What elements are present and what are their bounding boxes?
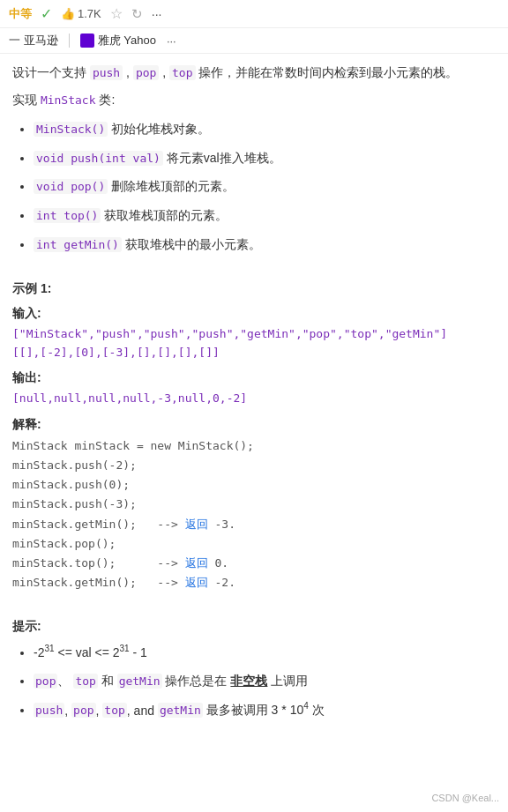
input-line2: [[],[-2],[0],[-3],[],[],[],[]] xyxy=(12,344,496,362)
return-link-3: 返回 xyxy=(185,576,208,589)
explanation-label: 解释: xyxy=(12,417,496,433)
minstack-class-kw: MinStack xyxy=(41,93,96,107)
exp-line-6: minStack.pop(); xyxy=(12,534,496,554)
yahoo-icon xyxy=(80,34,94,48)
methods-list: MinStack() 初始化堆栈对象。 void push(int val) 将… xyxy=(12,119,496,255)
comma2: , xyxy=(159,65,169,79)
check-icon: ✓ xyxy=(41,5,52,22)
main-content: 设计一个支持 push , pop , top 操作，并能在常数时间内检索到最小… xyxy=(0,54,508,738)
method-4-code: int top() xyxy=(34,208,101,223)
push-hint-kw2: push xyxy=(34,703,64,718)
output-value: [null,null,null,null,-3,null,0,-2] xyxy=(12,390,496,408)
hint-2b: 和 xyxy=(98,674,117,688)
exp-line-2: minStack.push(-2); xyxy=(12,456,496,475)
like-count: 1.7K xyxy=(78,7,101,20)
implement-text: 实现 xyxy=(12,93,41,107)
explanation-code: MinStack minStack = new MinStack(); minS… xyxy=(12,436,496,592)
method-1-code: MinStack() xyxy=(34,122,108,137)
exp-line-3: minStack.push(0); xyxy=(12,475,496,495)
superscript-31b: 31 xyxy=(120,644,130,653)
list-item: MinStack() 初始化堆栈对象。 xyxy=(34,119,496,139)
hints-title: 提示: xyxy=(12,619,496,635)
top-kw: top xyxy=(169,65,195,80)
method-2-text: 将元素val推入堆栈。 xyxy=(163,151,281,165)
like-area[interactable]: 👍 1.7K xyxy=(61,7,101,20)
hint-2a: 、 xyxy=(57,674,73,688)
list-item: void push(int val) 将元素val推入堆栈。 xyxy=(34,148,496,168)
superscript-31a: 31 xyxy=(44,644,54,653)
hint-1: -231 <= val <= 231 - 1 xyxy=(34,645,147,659)
exp-line-7: minStack.top(); --> 返回 0. xyxy=(12,554,496,573)
pop-kw: pop xyxy=(133,65,159,80)
sub-description: 实现 MinStack 类: xyxy=(12,93,496,108)
hint-3c: , and xyxy=(127,703,158,717)
hints-list: -231 <= val <= 231 - 1 pop、 top 和 getMin… xyxy=(12,642,496,720)
list-item: void pop() 删除堆栈顶部的元素。 xyxy=(34,176,496,197)
spacer1 xyxy=(12,267,496,281)
method-4-text: 获取堆栈顶部的元素。 xyxy=(101,208,228,222)
star-icon[interactable]: ☆ xyxy=(110,5,123,22)
output-code: [null,null,null,null,-3,null,0,-2] xyxy=(12,390,496,408)
list-item: -231 <= val <= 231 - 1 xyxy=(34,642,496,662)
bookmarks-bar: 一 亚马逊 雅虎 Yahoo ··· xyxy=(0,28,508,54)
description-intro: 设计一个支持 push , pop , top 操作，并能在常数时间内检索到最小… xyxy=(12,63,496,84)
comma1: , xyxy=(123,65,133,79)
example-block: 示例 1: 输入: ["MinStack","push","push","pus… xyxy=(12,281,496,592)
top-hint-kw2: top xyxy=(102,703,126,718)
hint-2c: 操作总是在 xyxy=(162,674,231,688)
output-label: 输出: xyxy=(12,370,496,386)
list-item: int getMin() 获取堆栈中的最小元素。 xyxy=(34,235,496,255)
method-5-text: 获取堆栈中的最小元素。 xyxy=(122,237,261,251)
return-link-2: 返回 xyxy=(185,556,208,570)
footer-watermark: CSDN @Keal... xyxy=(431,793,499,803)
hint-2d: 上调用 xyxy=(267,674,308,688)
superscript-4: 4 xyxy=(303,702,309,711)
amazon-label: 一 亚马逊 xyxy=(9,33,58,48)
list-item: pop、 top 和 getMin 操作总是在 非空栈 上调用 xyxy=(34,671,496,691)
hint-3a: , xyxy=(64,703,71,717)
input-label: 输入: xyxy=(12,306,496,322)
desc-intro-text: 设计一个支持 xyxy=(12,65,90,79)
getmin-hint-kw: getMin xyxy=(117,674,162,689)
input-line1: ["MinStack","push","push","push","getMin… xyxy=(12,325,496,344)
hints-section: 提示: -231 <= val <= 231 - 1 pop、 top 和 ge… xyxy=(12,619,496,720)
method-2-code: void push(int val) xyxy=(34,151,163,166)
implement-rest: 类: xyxy=(96,93,116,107)
top-bar: 中等 ✓ 👍 1.7K ☆ ↻ ··· xyxy=(0,0,508,28)
exp-line-8: minStack.getMin(); --> 返回 -2. xyxy=(12,573,496,592)
method-3-text: 删除堆栈顶部的元素。 xyxy=(108,179,235,193)
getmin-hint-kw2: getMin xyxy=(158,703,203,718)
yahoo-label: 雅虎 Yahoo xyxy=(98,33,156,48)
list-item: int top() 获取堆栈顶部的元素。 xyxy=(34,205,496,226)
exp-line-5: minStack.getMin(); --> 返回 -3. xyxy=(12,515,496,534)
input-code: ["MinStack","push","push","push","getMin… xyxy=(12,325,496,362)
spacer2 xyxy=(12,605,496,619)
example-title: 示例 1: xyxy=(12,281,496,297)
non-empty-bold: 非空栈 xyxy=(230,674,267,688)
top-hint-kw: top xyxy=(73,674,97,689)
push-kw: push xyxy=(90,65,123,80)
bookmark-amazon[interactable]: 一 亚马逊 xyxy=(9,33,58,48)
bookmark-divider xyxy=(69,34,70,48)
desc-rest: 操作，并能在常数时间内检索到最小元素的栈。 xyxy=(196,65,459,79)
method-5-code: int getMin() xyxy=(34,237,122,252)
method-1-text: 初始化堆栈对象。 xyxy=(108,122,210,136)
more-bookmarks[interactable]: ··· xyxy=(167,34,176,48)
difficulty-badge: 中等 xyxy=(9,6,32,22)
more-icon[interactable]: ··· xyxy=(152,7,162,21)
list-item: push, pop, top, and getMin 最多被调用 3 * 104… xyxy=(34,700,496,720)
pop-hint-kw: pop xyxy=(34,674,57,689)
exp-line-4: minStack.push(-3); xyxy=(12,495,496,514)
refresh-icon[interactable]: ↻ xyxy=(131,6,143,22)
thumb-icon: 👍 xyxy=(61,7,75,20)
method-3-code: void pop() xyxy=(34,179,108,194)
bookmark-yahoo[interactable]: 雅虎 Yahoo xyxy=(80,33,156,48)
hint-3d: 最多被调用 3 * 104 次 xyxy=(203,703,325,717)
pop-hint-kw2: pop xyxy=(71,703,95,718)
exp-line-1: MinStack minStack = new MinStack(); xyxy=(12,436,496,456)
return-link-1: 返回 xyxy=(185,518,208,531)
